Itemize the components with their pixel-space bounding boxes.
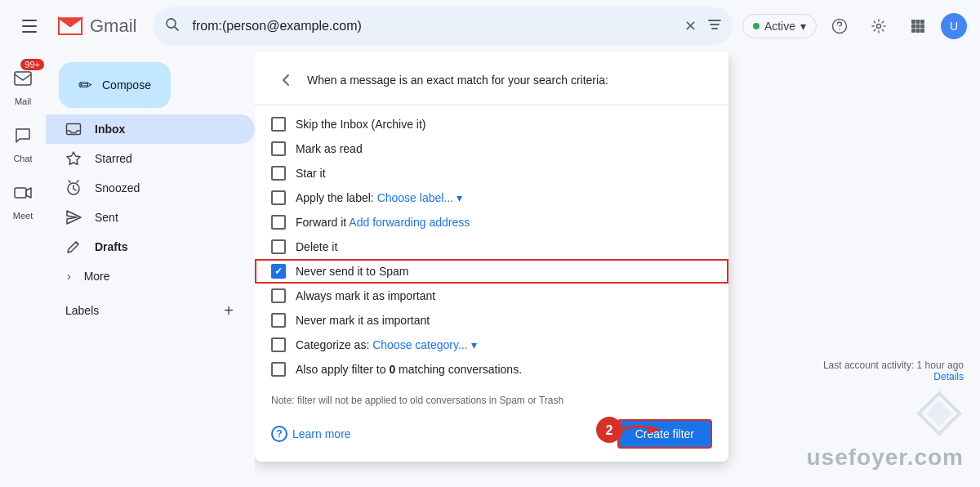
mark-read-checkbox[interactable] bbox=[271, 141, 286, 156]
nav-chat[interactable]: Chat bbox=[0, 113, 49, 170]
skip-inbox-checkbox[interactable] bbox=[271, 117, 286, 132]
nav-mail[interactable]: 99+ Mail bbox=[0, 56, 49, 113]
star-it-checkbox[interactable] bbox=[271, 166, 286, 181]
never-spam-label: Never send it to Spam bbox=[296, 265, 409, 278]
apps-button[interactable] bbox=[902, 10, 934, 42]
labels-heading: Labels bbox=[65, 304, 99, 317]
categorize-label: Categorize as: Choose category... ▾ bbox=[296, 338, 477, 351]
sidebar-item-snoozed[interactable]: Snoozed bbox=[46, 173, 255, 203]
learn-more-label: Learn more bbox=[292, 427, 351, 440]
main-area: 99+ Mail Chat Meet ✏ Compose Inbox bbox=[0, 52, 980, 487]
filter-footer: ? Learn more Create filter bbox=[255, 413, 728, 462]
forward-it-checkbox[interactable] bbox=[271, 215, 286, 230]
filter-row-skip-inbox: Skip the Inbox (Archive it) bbox=[255, 112, 728, 136]
menu-button[interactable] bbox=[13, 10, 46, 42]
labels-section: Labels + bbox=[46, 291, 255, 327]
create-filter-button[interactable]: Create filter bbox=[617, 419, 712, 449]
topbar-right: Active ▾ U bbox=[742, 10, 967, 42]
filter-row-star-it: Star it bbox=[255, 161, 728, 185]
active-status[interactable]: Active ▾ bbox=[742, 14, 817, 38]
svg-rect-7 bbox=[916, 20, 920, 24]
never-spam-checkbox[interactable] bbox=[271, 264, 286, 279]
snoozed-icon bbox=[65, 180, 82, 196]
always-important-checkbox[interactable] bbox=[271, 288, 286, 303]
filter-header: When a message is an exact match for you… bbox=[255, 52, 728, 105]
mail-icon: 99+ bbox=[7, 62, 39, 95]
search-clear-icon[interactable]: ✕ bbox=[684, 17, 697, 35]
star-icon bbox=[65, 150, 82, 167]
active-chevron: ▾ bbox=[800, 20, 806, 33]
usefoyer-logo bbox=[915, 389, 964, 438]
never-important-label: Never mark it as important bbox=[296, 314, 430, 327]
forward-it-label: Forward it Add forwarding address bbox=[296, 216, 470, 229]
filter-row-also-apply: Also apply filter to 0 matching conversa… bbox=[255, 357, 728, 382]
learn-more-link[interactable]: ? Learn more bbox=[271, 426, 611, 442]
also-apply-label: Also apply filter to 0 matching conversa… bbox=[296, 363, 522, 376]
bottom-right: Last account activity: 1 hour ago Detail… bbox=[806, 360, 964, 471]
categorize-checkbox[interactable] bbox=[271, 337, 286, 352]
svg-rect-15 bbox=[15, 72, 31, 85]
svg-rect-6 bbox=[911, 20, 915, 24]
sidebar-item-more[interactable]: › More bbox=[46, 261, 255, 291]
svg-point-5 bbox=[877, 25, 881, 29]
svg-rect-9 bbox=[911, 25, 915, 29]
left-nav: 99+ Mail Chat Meet bbox=[0, 52, 46, 487]
sidebar: ✏ Compose Inbox Starred Snoozed Sent bbox=[46, 52, 255, 487]
mark-read-label: Mark as read bbox=[296, 142, 363, 155]
search-icon bbox=[164, 16, 180, 36]
category-dropdown[interactable]: Choose category... ▾ bbox=[372, 338, 476, 351]
avatar[interactable]: U bbox=[941, 13, 967, 39]
help-icon: ? bbox=[271, 426, 287, 442]
svg-line-2 bbox=[175, 27, 179, 31]
active-dot bbox=[753, 23, 760, 29]
more-chevron-icon: › bbox=[67, 270, 71, 283]
skip-inbox-label: Skip the Inbox (Archive it) bbox=[296, 118, 426, 131]
topbar: Gmail ✕ Active ▾ U bbox=[0, 0, 980, 52]
svg-rect-16 bbox=[15, 188, 26, 198]
search-options-icon[interactable] bbox=[706, 16, 723, 36]
never-important-checkbox[interactable] bbox=[271, 313, 286, 328]
also-apply-checkbox[interactable] bbox=[271, 362, 286, 377]
filter-row-apply-label: Apply the label: Choose label... ▾ bbox=[255, 185, 728, 210]
filter-dialog: When a message is an exact match for you… bbox=[255, 52, 728, 462]
nav-meet[interactable]: Meet bbox=[0, 170, 49, 227]
apply-label-checkbox[interactable] bbox=[271, 190, 286, 205]
sidebar-item-drafts[interactable]: Drafts bbox=[46, 232, 255, 261]
svg-rect-14 bbox=[920, 29, 924, 33]
svg-rect-8 bbox=[920, 20, 924, 24]
active-label: Active bbox=[764, 20, 795, 33]
apply-label-label: Apply the label: Choose label... ▾ bbox=[296, 191, 462, 204]
sidebar-item-sent[interactable]: Sent bbox=[46, 203, 255, 232]
snoozed-label: Snoozed bbox=[95, 181, 242, 194]
back-button[interactable] bbox=[271, 65, 301, 95]
help-button[interactable] bbox=[823, 10, 856, 42]
meet-icon bbox=[7, 176, 39, 209]
watermark-text: usefoyer.com bbox=[806, 445, 964, 471]
compose-button[interactable]: ✏ Compose bbox=[59, 62, 171, 108]
conversation-count: 0 bbox=[389, 363, 395, 376]
filter-header-text: When a message is an exact match for you… bbox=[307, 74, 608, 87]
search-bar: ✕ bbox=[153, 7, 732, 45]
delete-it-label: Delete it bbox=[296, 240, 337, 253]
search-input[interactable] bbox=[153, 7, 732, 45]
compose-icon: ✏ bbox=[78, 75, 92, 95]
labels-add-button[interactable]: + bbox=[216, 297, 242, 324]
filter-row-categorize: Categorize as: Choose category... ▾ bbox=[255, 333, 728, 357]
sidebar-item-inbox[interactable]: Inbox bbox=[46, 114, 255, 144]
add-forwarding-link[interactable]: Add forwarding address bbox=[349, 216, 470, 229]
filter-row-mark-read: Mark as read bbox=[255, 136, 728, 161]
gmail-logo: Gmail bbox=[56, 11, 136, 41]
sent-label: Sent bbox=[95, 211, 242, 224]
sidebar-item-starred[interactable]: Starred bbox=[46, 144, 255, 173]
content-area: When a message is an exact match for you… bbox=[255, 52, 980, 487]
compose-label: Compose bbox=[102, 78, 151, 92]
hamburger-icon bbox=[22, 20, 37, 33]
filter-body: Skip the Inbox (Archive it) Mark as read… bbox=[255, 105, 728, 388]
filter-row-always-important: Always mark it as important bbox=[255, 284, 728, 308]
gmail-wordmark: Gmail bbox=[90, 16, 136, 37]
settings-button[interactable] bbox=[862, 10, 895, 42]
chat-nav-label: Chat bbox=[13, 154, 32, 163]
details-link[interactable]: Details bbox=[933, 371, 964, 382]
label-dropdown[interactable]: Choose label... ▾ bbox=[377, 191, 462, 204]
delete-it-checkbox[interactable] bbox=[271, 239, 286, 254]
